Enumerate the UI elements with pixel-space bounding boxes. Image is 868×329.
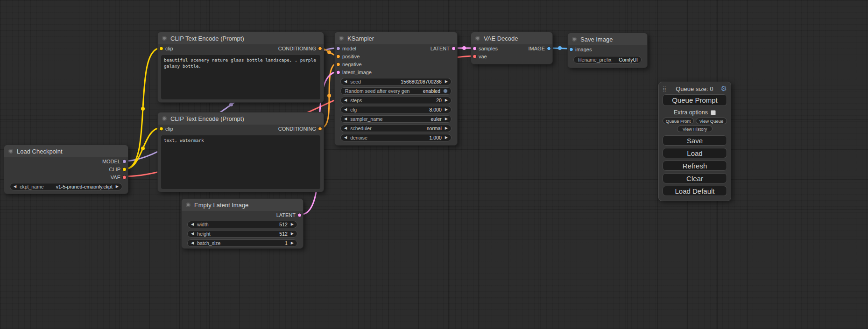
drag-handle-icon[interactable]: ⣿ bbox=[663, 86, 666, 92]
arrow-right-icon[interactable]: ▶ bbox=[445, 117, 448, 121]
node-title-bar[interactable]: Save Image bbox=[568, 33, 647, 45]
collapse-dot-icon[interactable] bbox=[162, 36, 167, 41]
widget-width[interactable]: ◀ width 512 ▶ bbox=[187, 221, 297, 228]
output-port-vae[interactable] bbox=[122, 175, 127, 179]
queue-prompt-button[interactable]: Queue Prompt bbox=[663, 94, 727, 106]
slot-row: MODEL bbox=[4, 157, 128, 165]
input-port-images[interactable] bbox=[569, 47, 573, 51]
output-port-conditioning[interactable] bbox=[318, 46, 322, 50]
collapse-dot-icon[interactable] bbox=[339, 36, 344, 41]
output-port-image[interactable] bbox=[547, 46, 551, 50]
node-title-bar[interactable]: VAE Decode bbox=[471, 32, 552, 44]
input-label-images: images bbox=[575, 47, 592, 52]
arrow-right-icon[interactable]: ▶ bbox=[291, 223, 294, 226]
widget-value: v1-5-pruned-emaonly.ckpt bbox=[56, 184, 113, 189]
collapse-dot-icon[interactable] bbox=[162, 116, 167, 121]
arrow-right-icon[interactable]: ▶ bbox=[445, 108, 448, 112]
arrow-right-icon[interactable]: ▶ bbox=[445, 136, 448, 140]
widget-seed[interactable]: ◀ seed 156680208700286 ▶ bbox=[340, 78, 452, 85]
arrow-left-icon[interactable]: ◀ bbox=[191, 241, 194, 245]
widget-denoise[interactable]: ◀ denoise 1.000 ▶ bbox=[340, 134, 452, 141]
output-port-model[interactable] bbox=[122, 159, 127, 163]
arrow-left-icon[interactable]: ◀ bbox=[14, 185, 16, 189]
node-title-bar[interactable]: CLIP Text Encode (Prompt) bbox=[158, 32, 324, 44]
slot-row: negative bbox=[335, 60, 457, 68]
arrow-left-icon[interactable]: ◀ bbox=[344, 126, 347, 130]
widget-value: normal bbox=[427, 126, 442, 131]
node-clip-text-encode-positive[interactable]: CLIP Text Encode (Prompt) clip CONDITION… bbox=[157, 32, 324, 103]
collapse-dot-icon[interactable] bbox=[475, 36, 480, 41]
view-history-button[interactable]: View History bbox=[677, 126, 713, 132]
slot-row: samples IMAGE bbox=[471, 44, 552, 52]
node-title-bar[interactable]: KSampler bbox=[335, 32, 457, 44]
output-port-clip[interactable] bbox=[122, 167, 127, 171]
arrow-right-icon[interactable]: ▶ bbox=[445, 80, 448, 84]
widget-batch-size[interactable]: ◀ batch_size 1 ▶ bbox=[187, 239, 297, 247]
input-port-samples[interactable] bbox=[473, 46, 477, 50]
node-title: VAE Decode bbox=[484, 35, 518, 42]
arrow-left-icon[interactable]: ◀ bbox=[344, 80, 347, 84]
extra-options-checkbox[interactable] bbox=[711, 110, 716, 115]
clear-button[interactable]: Clear bbox=[663, 173, 727, 183]
input-port-vae[interactable] bbox=[473, 54, 477, 58]
output-port-latent[interactable] bbox=[452, 46, 456, 50]
input-port-negative[interactable] bbox=[336, 62, 340, 66]
queue-size-label: Queue size: 0 bbox=[668, 85, 720, 92]
node-canvas[interactable]: Load Checkpoint MODEL CLIP VAE ◀ ckpt_na… bbox=[0, 0, 868, 329]
arrow-left-icon[interactable]: ◀ bbox=[344, 98, 347, 102]
arrow-right-icon[interactable]: ▶ bbox=[445, 126, 448, 130]
widget-random-seed-toggle[interactable]: Random seed after every gen enabled bbox=[340, 87, 452, 95]
widget-cfg[interactable]: ◀ cfg 8.000 ▶ bbox=[340, 106, 452, 113]
extra-options-label: Extra options bbox=[674, 109, 708, 116]
widget-filename-prefix[interactable]: filename_prefix ComfyUI bbox=[573, 56, 642, 63]
node-title-bar[interactable]: Load Checkpoint bbox=[4, 145, 128, 157]
prompt-textarea[interactable]: text, watermark bbox=[161, 135, 320, 189]
widget-value: 512 bbox=[279, 231, 288, 237]
view-queue-button[interactable]: View Queue bbox=[696, 118, 727, 124]
widget-ckpt-name[interactable]: ◀ ckpt_name v1-5-pruned-emaonly.ckpt ▶ bbox=[10, 183, 122, 190]
node-save-image[interactable]: Save Image images filename_prefix ComfyU… bbox=[567, 33, 648, 68]
node-title-bar[interactable]: CLIP Text Encode (Prompt) bbox=[158, 112, 324, 125]
arrow-right-icon[interactable]: ▶ bbox=[445, 98, 448, 102]
arrow-left-icon[interactable]: ◀ bbox=[344, 117, 347, 121]
collapse-dot-icon[interactable] bbox=[572, 37, 577, 42]
widget-sampler-name[interactable]: ◀ sampler_name euler ▶ bbox=[340, 115, 452, 123]
collapse-dot-icon[interactable] bbox=[186, 203, 191, 207]
node-load-checkpoint[interactable]: Load Checkpoint MODEL CLIP VAE ◀ ckpt_na… bbox=[4, 145, 128, 194]
toggle-icon[interactable] bbox=[443, 89, 448, 93]
input-port-model[interactable] bbox=[336, 46, 340, 50]
widget-label: steps bbox=[350, 98, 362, 103]
arrow-left-icon[interactable]: ◀ bbox=[191, 223, 194, 226]
arrow-right-icon[interactable]: ▶ bbox=[291, 241, 294, 245]
widget-steps[interactable]: ◀ steps 20 ▶ bbox=[340, 97, 452, 104]
refresh-button[interactable]: Refresh bbox=[663, 161, 727, 171]
input-port-clip[interactable] bbox=[159, 46, 163, 50]
arrow-left-icon[interactable]: ◀ bbox=[344, 136, 347, 140]
save-button[interactable]: Save bbox=[663, 135, 727, 146]
collapse-dot-icon[interactable] bbox=[8, 149, 13, 154]
widget-height[interactable]: ◀ height 512 ▶ bbox=[187, 230, 297, 238]
output-port-latent[interactable] bbox=[297, 213, 302, 217]
prompt-textarea[interactable]: beautiful scenery nature glass bottle la… bbox=[161, 55, 320, 99]
menu-header: ⣿ Queue size: 0 ⚙ bbox=[663, 84, 727, 93]
output-port-conditioning[interactable] bbox=[318, 126, 322, 131]
load-default-button[interactable]: Load Default bbox=[663, 186, 727, 196]
load-button[interactable]: Load bbox=[663, 148, 727, 158]
queue-front-button[interactable]: Queue Front bbox=[663, 118, 694, 124]
wire-midpoint-dot bbox=[141, 107, 145, 111]
node-vae-decode[interactable]: VAE Decode samples IMAGE vae bbox=[471, 32, 553, 64]
arrow-left-icon[interactable]: ◀ bbox=[191, 232, 194, 236]
node-empty-latent-image[interactable]: Empty Latent Image LATENT ◀ width 512 ▶ … bbox=[181, 198, 303, 249]
node-ksampler[interactable]: KSampler model LATENT positive negative … bbox=[334, 32, 458, 146]
node-clip-text-encode-negative[interactable]: CLIP Text Encode (Prompt) clip CONDITION… bbox=[157, 112, 324, 192]
input-port-positive[interactable] bbox=[336, 54, 340, 58]
arrow-right-icon[interactable]: ▶ bbox=[116, 185, 119, 189]
input-port-clip[interactable] bbox=[159, 126, 163, 131]
arrow-left-icon[interactable]: ◀ bbox=[344, 108, 347, 112]
arrow-right-icon[interactable]: ▶ bbox=[291, 232, 294, 236]
input-port-latent-image[interactable] bbox=[336, 70, 340, 74]
node-title-bar[interactable]: Empty Latent Image bbox=[182, 199, 303, 211]
output-label-conditioning: CONDITIONING bbox=[278, 126, 316, 132]
gear-icon[interactable]: ⚙ bbox=[721, 84, 727, 93]
widget-scheduler[interactable]: ◀ scheduler normal ▶ bbox=[340, 125, 452, 132]
